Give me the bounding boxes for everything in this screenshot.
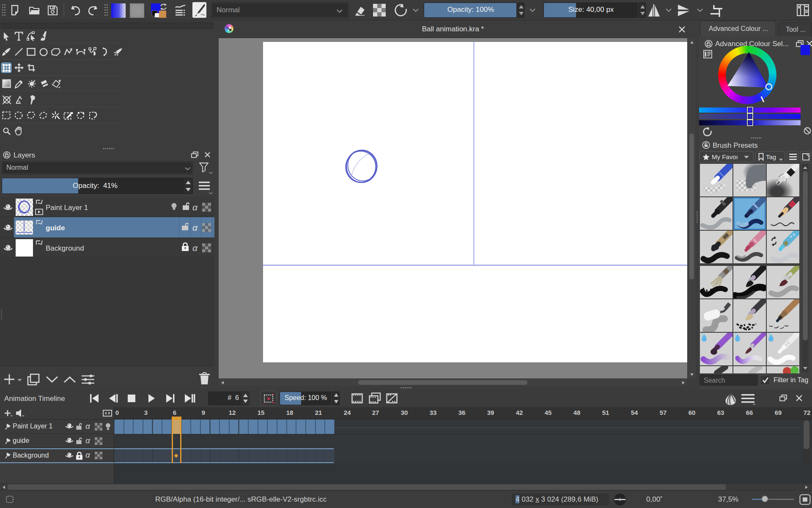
svg-text:Paint Layer 1: Paint Layer 1	[46, 204, 88, 212]
svg-text:α: α	[192, 243, 198, 253]
svg-text:Background: Background	[46, 244, 84, 252]
svg-text:α: α	[192, 223, 198, 232]
svg-text:guide: guide	[46, 224, 65, 232]
svg-text:α: α	[192, 202, 198, 212]
